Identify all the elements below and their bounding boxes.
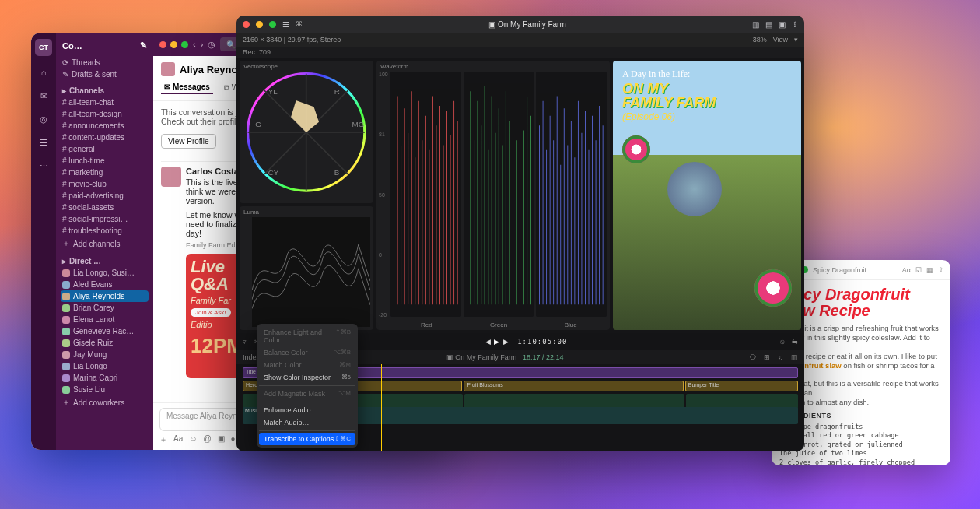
waveform-panel: Waveform 100 81 50 0 -20 Red Green Blue bbox=[376, 61, 610, 330]
dms-icon[interactable]: ✉ bbox=[37, 89, 51, 103]
format-icon[interactable]: Aα bbox=[902, 266, 911, 274]
video-icon[interactable]: ▣ bbox=[218, 434, 225, 445]
activity-icon[interactable]: ◎ bbox=[37, 112, 51, 126]
minimize-icon[interactable] bbox=[256, 21, 263, 28]
timeline-tool-icon[interactable]: ▥ bbox=[791, 353, 798, 361]
avatar bbox=[161, 167, 181, 187]
channel-item[interactable]: # lunch-time bbox=[61, 155, 149, 167]
maximize-icon[interactable] bbox=[181, 41, 188, 48]
skimming-icon[interactable]: ⇆ bbox=[792, 338, 798, 346]
checklist-icon[interactable]: ☑ bbox=[915, 266, 922, 274]
slack-sidebar: Co… ✎ ⟳ Threads ✎ Drafts & sent ▸ Channe… bbox=[56, 33, 153, 450]
view-profile-button[interactable]: View Profile bbox=[161, 134, 216, 149]
emoji-icon[interactable]: ☺ bbox=[189, 434, 197, 445]
nav-back-icon[interactable]: ‹ bbox=[193, 40, 196, 49]
workspace-switcher[interactable]: CT bbox=[35, 39, 52, 56]
tab-messages[interactable]: ✉ Messages bbox=[161, 81, 213, 94]
channel-item[interactable]: # announcements bbox=[61, 120, 149, 132]
layout-icon[interactable]: ▣ bbox=[779, 20, 786, 29]
layout-icon[interactable]: ▤ bbox=[765, 20, 772, 29]
dm-item[interactable]: Susie Liu bbox=[61, 384, 149, 395]
timeline-clip[interactable]: Fruit Blossoms bbox=[464, 381, 683, 391]
timeline-tool-icon[interactable]: ⎔ bbox=[750, 353, 756, 361]
menu-item: Enhance Light and Color⌃⌘B bbox=[259, 326, 355, 346]
dm-item[interactable]: Aled Evans bbox=[61, 279, 149, 290]
dragonfruit-graphic bbox=[754, 269, 792, 307]
waveform-green bbox=[464, 72, 534, 317]
close-icon[interactable] bbox=[243, 21, 250, 28]
menu-item[interactable]: Match Audio… bbox=[259, 416, 355, 429]
add-coworkers[interactable]: ＋ Add coworkers bbox=[61, 395, 149, 409]
dm-item[interactable]: Gisele Ruiz bbox=[61, 337, 149, 349]
table-icon[interactable]: ▦ bbox=[926, 266, 933, 274]
overlay-title: ON MY FAMILY FARM bbox=[622, 82, 792, 110]
channel-item[interactable]: # paid-advertising bbox=[61, 190, 149, 202]
dm-item[interactable]: Aliya Reynolds bbox=[61, 290, 149, 302]
menu-item[interactable]: Show Color Inspector⌘6 bbox=[259, 371, 355, 384]
waveform-red bbox=[390, 72, 461, 317]
dm-item[interactable]: Brian Carey bbox=[61, 302, 149, 314]
dm-item[interactable]: Lia Longo bbox=[61, 360, 149, 372]
channel-item[interactable]: # social-impressi… bbox=[61, 213, 149, 225]
channel-item[interactable]: # movie-club bbox=[61, 178, 149, 190]
share-icon[interactable]: ⇪ bbox=[938, 266, 944, 274]
video-preview[interactable]: A Day in the Life: ON MY FAMILY FARM (Ep… bbox=[613, 61, 801, 330]
tool-arrow-icon[interactable]: ▿ bbox=[243, 338, 247, 346]
next-icon[interactable]: ▶ bbox=[503, 338, 509, 346]
menu-item[interactable]: Enhance Audio bbox=[259, 404, 355, 416]
history-icon[interactable]: ◷ bbox=[208, 40, 215, 50]
minimize-icon[interactable] bbox=[170, 41, 177, 48]
library-icon[interactable]: ☰ bbox=[282, 20, 289, 29]
play-icon[interactable]: ▶ bbox=[494, 338, 500, 346]
dm-item[interactable]: Marina Capri bbox=[61, 372, 149, 384]
channel-item[interactable]: # all-team-chat bbox=[61, 97, 149, 108]
attach-icon[interactable]: ＋ bbox=[159, 434, 167, 445]
dm-item[interactable]: Jay Mung bbox=[61, 349, 149, 360]
prev-icon[interactable]: ◀ bbox=[485, 338, 492, 346]
share-icon[interactable]: ⇪ bbox=[792, 20, 798, 29]
color-profile: Rec. 709 bbox=[236, 47, 804, 58]
menu-item[interactable]: Transcribe to Captions⇧⌘C bbox=[259, 433, 355, 445]
channel-item[interactable]: # content-updates bbox=[61, 132, 149, 143]
channel-item[interactable]: # social-assets bbox=[61, 202, 149, 213]
layout-icon[interactable]: ▥ bbox=[752, 20, 759, 29]
direct-header[interactable]: ▸ Direct … bbox=[61, 255, 149, 267]
message-author[interactable]: Carlos Costa bbox=[186, 167, 239, 176]
channel-item[interactable]: # general bbox=[61, 143, 149, 155]
more-icon[interactable]: ⋯ bbox=[37, 159, 51, 173]
compose-icon[interactable]: ✎ bbox=[140, 40, 147, 51]
menu-item: Match Color…⌘M bbox=[259, 359, 355, 371]
workspace-name[interactable]: Co… bbox=[62, 41, 82, 51]
dm-item[interactable]: Elena Lanot bbox=[61, 314, 149, 325]
nav-drafts[interactable]: ✎ Drafts & sent bbox=[61, 68, 149, 80]
timeline-clip[interactable]: Bumper Title bbox=[685, 381, 798, 391]
overlay-subtitle: A Day in the Life: bbox=[622, 68, 792, 80]
zoom-level[interactable]: 38% bbox=[753, 36, 767, 44]
channel-item[interactable]: # troubleshooting bbox=[61, 225, 149, 237]
dm-item[interactable]: Genevieve Rac… bbox=[61, 325, 149, 337]
timeline-tool-icon[interactable]: ♫ bbox=[778, 353, 783, 361]
snap-icon[interactable]: ⎋ bbox=[780, 338, 784, 346]
nav-fwd-icon[interactable]: › bbox=[201, 40, 204, 49]
view-menu[interactable]: View bbox=[773, 36, 788, 44]
channel-item[interactable]: # marketing bbox=[61, 167, 149, 178]
close-icon[interactable] bbox=[159, 41, 166, 48]
fcp-info-bar: 2160 × 3840 | 29.97 fps, Stereo 38% View… bbox=[236, 33, 804, 47]
timeline-tool-icon[interactable]: ⊞ bbox=[764, 353, 770, 361]
home-icon[interactable]: ⌂ bbox=[37, 65, 51, 79]
mic-icon[interactable]: ● bbox=[231, 434, 236, 445]
playhead[interactable] bbox=[381, 364, 382, 451]
channel-item[interactable]: # all-team-design bbox=[61, 108, 149, 120]
menu-item: Add Magnetic Mask⌥M bbox=[259, 388, 355, 400]
bookmarks-icon[interactable]: ☰ bbox=[37, 135, 51, 149]
note-title-tab: Spicy Dragonfruit… bbox=[813, 266, 898, 274]
dragonfruit-graphic bbox=[622, 135, 650, 163]
channels-header[interactable]: ▸ Channels bbox=[61, 85, 149, 97]
format-icon[interactable]: Aa bbox=[173, 434, 183, 445]
mention-icon[interactable]: @ bbox=[203, 434, 211, 445]
add-channels[interactable]: ＋ Add channels bbox=[61, 237, 149, 251]
maximize-icon[interactable] bbox=[269, 21, 276, 28]
project-time: 18:17 / 22:14 bbox=[523, 353, 564, 361]
nav-threads[interactable]: ⟳ Threads bbox=[61, 57, 149, 68]
dm-item[interactable]: Lia Longo, Susi… bbox=[61, 267, 149, 279]
